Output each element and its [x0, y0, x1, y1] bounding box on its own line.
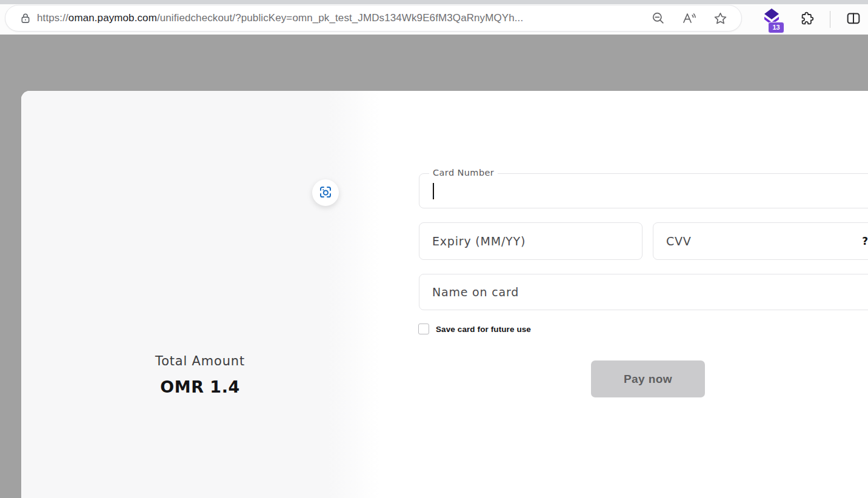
- card-number-input[interactable]: [419, 174, 868, 208]
- browser-toolbar: https://oman.paymob.com/unifiedcheckout/…: [0, 4, 868, 35]
- page-overlay: Total Amount OMR 1.4 Card Number ? Save …: [0, 35, 868, 498]
- total-amount-label: Total Amount: [21, 354, 379, 368]
- extension-badge-count: 13: [768, 22, 784, 33]
- address-bar[interactable]: https://oman.paymob.com/unifiedcheckout/…: [5, 5, 742, 32]
- total-amount-value: OMR 1.4: [21, 377, 379, 396]
- url-path: /unifiedcheckout/?publicKey=omn_pk_test_…: [157, 12, 523, 24]
- shopping-extension-icon[interactable]: 13: [760, 8, 784, 33]
- text-cursor: [433, 183, 434, 199]
- save-card-label[interactable]: Save card for future use: [436, 325, 531, 334]
- name-on-card-field[interactable]: [419, 274, 868, 310]
- order-summary-panel: Total Amount OMR 1.4: [21, 91, 379, 498]
- scan-card-button[interactable]: [312, 179, 339, 206]
- pay-now-button[interactable]: Pay now: [591, 360, 705, 397]
- extensions-puzzle-icon[interactable]: [799, 10, 815, 29]
- name-on-card-input[interactable]: [419, 274, 868, 310]
- toolbar-divider: [830, 11, 830, 28]
- url-domain: oman.paymob.com: [68, 12, 157, 24]
- zoom-out-icon[interactable]: [651, 11, 666, 25]
- url-text[interactable]: https://oman.paymob.com/unifiedcheckout/…: [37, 12, 651, 24]
- favorites-star-icon[interactable]: [713, 11, 728, 26]
- expiry-field[interactable]: [419, 222, 643, 260]
- cvv-help-icon[interactable]: ?: [862, 235, 868, 247]
- read-aloud-icon[interactable]: [681, 11, 697, 25]
- save-card-checkbox[interactable]: [418, 324, 429, 334]
- card-number-field[interactable]: Card Number: [419, 173, 868, 208]
- scan-card-icon: [318, 185, 333, 201]
- cvv-field[interactable]: ?: [653, 222, 868, 260]
- split-screen-icon[interactable]: [845, 10, 862, 29]
- save-card-row: Save card for future use: [418, 324, 531, 334]
- browser-tab-strip: [0, 0, 868, 4]
- checkout-modal: Total Amount OMR 1.4 Card Number ? Save …: [21, 91, 868, 498]
- lock-icon[interactable]: [14, 12, 37, 25]
- card-number-label: Card Number: [429, 168, 498, 178]
- expiry-input[interactable]: [419, 223, 642, 259]
- url-scheme: https://: [37, 12, 68, 24]
- cvv-input[interactable]: [653, 223, 868, 259]
